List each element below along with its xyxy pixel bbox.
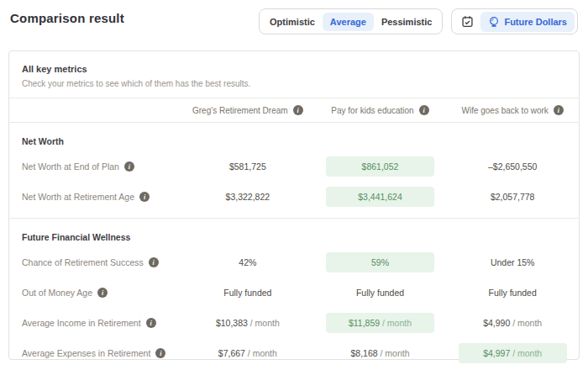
all-key-metrics-card: All key metrics Check your metrics to se… xyxy=(8,50,580,360)
value-cell: $7,667 / month xyxy=(181,348,314,358)
scenario-optimistic-button[interactable]: Optimistic xyxy=(262,13,323,31)
info-icon[interactable] xyxy=(97,288,108,298)
column-header-scenario-2: Pay for kids education xyxy=(314,105,447,115)
value-cell: 42% xyxy=(181,257,314,267)
value-cell: Fully funded xyxy=(181,288,314,298)
top-controls: Optimistic Average Pessimistic xyxy=(259,8,578,34)
info-icon[interactable] xyxy=(155,348,165,358)
value-cell: $8,168 / month xyxy=(314,348,447,358)
value-cell: $4,990 / month xyxy=(446,318,579,328)
row-label: Net Worth at End of Plan xyxy=(22,161,119,172)
column-header-scenario-1: Greg's Retirement Dream xyxy=(181,105,314,115)
row-label: Chance of Retirement Success xyxy=(22,257,144,267)
value-cell-best: 59% xyxy=(314,252,447,272)
info-icon[interactable] xyxy=(146,318,156,328)
topbar: Comparison result Optimistic Average Pes… xyxy=(0,0,588,44)
card-header: All key metrics Check your metrics to se… xyxy=(9,51,579,98)
calendar-view-button[interactable] xyxy=(454,12,480,31)
display-toggle-group: Future Dollars xyxy=(451,8,578,34)
value-cell-best: $11,859 / month xyxy=(314,313,447,333)
table-row: Chance of Retirement Success 42% 59% Und… xyxy=(9,247,579,278)
table-row: Out of Money Age Fully funded Fully fund… xyxy=(9,278,579,308)
info-icon[interactable] xyxy=(419,105,429,115)
info-icon[interactable] xyxy=(554,105,564,115)
value-cell: $581,725 xyxy=(181,161,314,172)
future-dollars-button[interactable]: Future Dollars xyxy=(480,12,575,32)
section-net-worth: Net Worth Net Worth at End of Plan $581,… xyxy=(9,123,579,212)
value-cell: $10,383 / month xyxy=(181,318,314,328)
info-icon[interactable] xyxy=(149,257,159,267)
table-header-row: Greg's Retirement Dream Pay for kids edu… xyxy=(9,98,579,123)
info-icon[interactable] xyxy=(124,161,134,172)
scenario-pessimistic-button[interactable]: Pessimistic xyxy=(374,13,440,31)
info-icon[interactable] xyxy=(139,192,150,202)
table-row: Net Worth at End of Plan $581,725 $861,0… xyxy=(9,151,579,182)
future-dollars-label: Future Dollars xyxy=(504,17,567,27)
section-title: Future Financial Wellness xyxy=(22,232,130,242)
scenario-average-button[interactable]: Average xyxy=(323,13,374,31)
table-row: Net Worth at Retirement Age $3,322,822 $… xyxy=(9,182,579,212)
value-cell-best: $4,997 / month xyxy=(446,343,579,363)
value-cell: $2,057,778 xyxy=(446,192,579,202)
value-cell: –$2,650,550 xyxy=(446,161,579,172)
value-cell: Fully funded xyxy=(446,288,579,298)
section-future-financial-wellness: Future Financial Wellness Chance of Reti… xyxy=(9,218,579,368)
value-cell: $3,322,822 xyxy=(181,192,314,202)
value-cell: Under 15% xyxy=(446,257,579,267)
page-title: Comparison result xyxy=(10,8,124,25)
table-row: Average Income in Retirement $10,383 / m… xyxy=(9,308,579,338)
row-label: Average Expenses in Retirement xyxy=(22,348,150,358)
scenario-toggle-group: Optimistic Average Pessimistic xyxy=(259,8,443,34)
section-title: Net Worth xyxy=(22,136,64,146)
card-subtitle: Check your metrics to see which of them … xyxy=(22,79,566,88)
value-cell-best: $3,441,624 xyxy=(314,187,447,207)
info-icon[interactable] xyxy=(293,105,303,115)
card-title: All key metrics xyxy=(22,64,566,74)
column-header-scenario-3: Wife goes back to work xyxy=(446,105,579,115)
row-label: Average Income in Retirement xyxy=(22,318,141,328)
calendar-check-icon xyxy=(461,15,474,28)
value-cell: Fully funded xyxy=(314,288,447,298)
table-row: Average Expenses in Retirement $7,667 / … xyxy=(9,338,579,368)
row-label: Net Worth at Retirement Age xyxy=(22,192,134,202)
crystal-ball-icon xyxy=(488,16,500,28)
row-label: Out of Money Age xyxy=(22,288,92,298)
value-cell-best: $861,052 xyxy=(314,156,447,177)
